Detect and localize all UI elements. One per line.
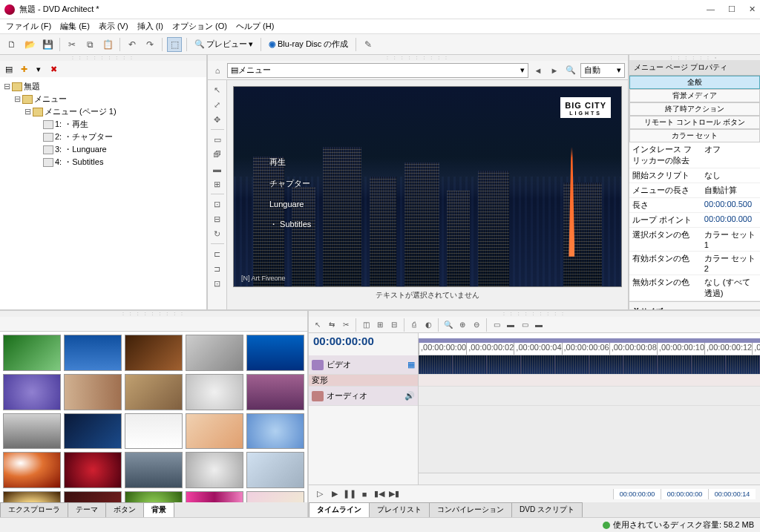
tool-icon[interactable]: ✎ <box>361 37 376 52</box>
snap-icon[interactable]: ⊟ <box>211 212 224 226</box>
undo-icon[interactable]: ↶ <box>125 37 140 52</box>
gallery-thumb[interactable] <box>186 374 243 410</box>
menu-dropdown[interactable]: ▤ メニュー▾ <box>227 63 528 78</box>
tl-tool-icon[interactable]: ⊟ <box>388 319 400 331</box>
video-clip[interactable] <box>589 355 623 374</box>
forward-icon[interactable]: ► <box>548 64 561 77</box>
gallery-tab-button[interactable]: ボタン <box>105 502 144 517</box>
tree-item[interactable]: 4: ・Subtitles <box>3 156 203 168</box>
minimize-button[interactable]: — <box>707 4 715 14</box>
gallery-thumb[interactable] <box>246 413 304 450</box>
text-icon[interactable]: 🗊 <box>211 148 224 161</box>
search-icon[interactable]: 🔍 <box>564 64 577 77</box>
gallery-thumb[interactable] <box>64 413 122 450</box>
video-clip[interactable] <box>726 355 760 374</box>
gallery-tab-explorer[interactable]: エクスプローラ <box>0 502 68 517</box>
gallery-thumb[interactable] <box>246 335 304 371</box>
video-clip[interactable] <box>453 355 487 374</box>
deform-track[interactable] <box>419 375 760 387</box>
menu-item[interactable]: ・ Subtitles <box>269 219 311 230</box>
home-icon[interactable]: ⌂ <box>211 64 224 77</box>
tl-tool-icon[interactable]: ⊖ <box>471 319 482 331</box>
video-clip[interactable] <box>692 355 726 374</box>
gallery-thumb[interactable] <box>64 374 122 410</box>
gallery-thumb[interactable] <box>246 452 304 488</box>
menu-item[interactable]: 再生 <box>269 157 311 168</box>
gallery-thumb[interactable] <box>186 452 243 488</box>
maximize-button[interactable]: ☐ <box>728 4 736 14</box>
copy-icon[interactable]: ⧉ <box>82 37 97 52</box>
zoom-select[interactable]: 自動▾ <box>580 63 625 78</box>
back-icon[interactable]: ◄ <box>531 64 545 77</box>
tl-tool-icon[interactable]: 🔍 <box>442 319 454 331</box>
tl-tool-icon[interactable]: ▬ <box>505 319 517 331</box>
gallery-thumb[interactable] <box>64 335 122 371</box>
button-icon[interactable]: ▬ <box>211 162 224 176</box>
prop-tab-end[interactable]: 終了時アクション <box>629 102 760 116</box>
video-clip[interactable] <box>521 355 555 374</box>
tl-tab-script[interactable]: DVD スクリプト <box>511 502 583 517</box>
video-clip[interactable] <box>487 355 521 374</box>
video-track-header[interactable]: ビデオ▦ <box>309 355 418 375</box>
tree-page[interactable]: ⊟メニュー (ページ 1) <box>3 105 203 118</box>
property-row[interactable]: 有効ボタンの色カラー セット 2 <box>629 252 760 275</box>
property-row[interactable]: 無効ボタンの色なし (すべて透過) <box>629 275 760 301</box>
cut-icon[interactable]: ✂ <box>65 37 79 52</box>
pointer-icon[interactable]: ↖ <box>211 83 224 96</box>
tl-tool-icon[interactable]: ◐ <box>422 319 434 331</box>
tl-tool-icon[interactable]: ⊕ <box>456 319 468 331</box>
prev-icon[interactable]: ▮◀ <box>373 487 386 501</box>
play-icon[interactable]: ▶ <box>328 487 341 501</box>
tl-tool-icon[interactable]: ⎙ <box>408 319 420 331</box>
prop-tab-bg[interactable]: 背景メディア <box>629 89 760 102</box>
property-row[interactable]: 長さ00:00:00.500 <box>629 198 760 213</box>
menu-options[interactable]: オプション (O) <box>172 21 227 32</box>
tl-tool-icon[interactable]: ◫ <box>360 319 372 331</box>
snap-icon[interactable]: ⬚ <box>167 37 182 52</box>
gallery-thumb[interactable] <box>3 335 61 371</box>
gallery-thumb[interactable] <box>246 374 304 410</box>
tl-tool-icon[interactable]: ✂ <box>340 319 352 331</box>
gallery-thumb[interactable] <box>125 452 183 488</box>
tree-icon[interactable]: ▤ <box>3 63 15 75</box>
tree-item[interactable]: 3: ・Lunguare <box>3 143 203 156</box>
gallery-thumb[interactable] <box>3 413 61 450</box>
pause-icon[interactable]: ❚❚ <box>343 487 356 501</box>
prop-tab-general[interactable]: 全般 <box>629 76 760 89</box>
gallery-thumb[interactable] <box>3 452 61 488</box>
nav-icon[interactable]: ✥ <box>211 113 224 126</box>
property-row[interactable]: インタレース フリッカーの除去オフ <box>629 142 760 168</box>
menu-item[interactable]: チャプター <box>269 178 311 189</box>
menu-insert[interactable]: 挿入 (I) <box>137 21 163 32</box>
audio-track[interactable] <box>419 387 760 406</box>
video-clip[interactable] <box>658 355 692 374</box>
paste-icon[interactable]: 📋 <box>100 37 115 52</box>
menu-edit[interactable]: 編集 (E) <box>60 21 90 32</box>
add-icon[interactable]: ✚ <box>18 63 30 75</box>
stop-icon[interactable]: ■ <box>358 487 371 501</box>
tree-item[interactable]: 1: ・再生 <box>3 118 203 131</box>
video-clip[interactable] <box>623 355 658 374</box>
gallery-tab-background[interactable]: 背景 <box>143 502 174 517</box>
resize-icon[interactable]: ⤢ <box>211 98 224 111</box>
new-icon[interactable]: 🗋 <box>4 37 19 52</box>
hlayout-icon[interactable]: ⊏ <box>211 247 224 260</box>
tl-tab-timeline[interactable]: タイムライン <box>309 502 370 517</box>
preview-button[interactable]: 🔍 プレビュー ▾ <box>191 39 256 50</box>
menu-item[interactable]: Lunguare <box>269 200 311 208</box>
delete-icon[interactable]: ✖ <box>48 63 59 75</box>
gallery-thumb[interactable] <box>186 335 243 371</box>
prop-tab-color[interactable]: カラー セット <box>629 129 760 142</box>
close-button[interactable]: ✕ <box>749 4 756 14</box>
property-row[interactable]: 選択ボタンの色カラー セット 1 <box>629 228 760 252</box>
center-icon[interactable]: ⊡ <box>211 277 224 290</box>
tl-tab-playlist[interactable]: プレイリスト <box>369 502 430 517</box>
gallery-thumb[interactable] <box>246 491 304 502</box>
redo-icon[interactable]: ↷ <box>142 37 157 52</box>
tl-tool-icon[interactable]: ▬ <box>533 319 545 331</box>
open-icon[interactable]: 📂 <box>22 37 37 52</box>
gallery-thumb[interactable] <box>186 413 243 450</box>
play-from-start-icon[interactable]: ▷ <box>313 487 327 501</box>
tl-tool-icon[interactable]: ▭ <box>519 319 531 331</box>
tl-tool-icon[interactable]: ▭ <box>491 319 502 331</box>
